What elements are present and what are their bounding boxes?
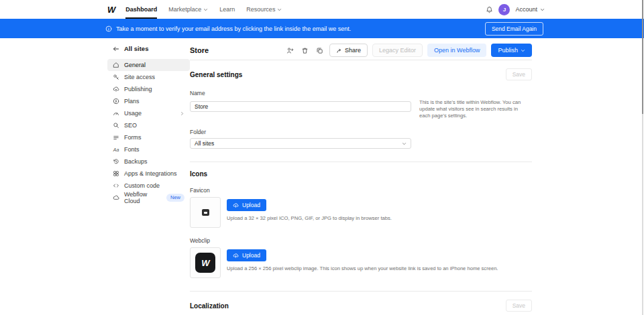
nav-dashboard-label: Dashboard bbox=[125, 6, 157, 13]
nav-marketplace-label: Marketplace bbox=[168, 6, 201, 13]
localization-section: Localization Save Choose the time zone f… bbox=[190, 292, 532, 315]
chevron-right-icon bbox=[180, 111, 184, 116]
duplicate-icon[interactable] bbox=[315, 46, 325, 56]
circled-bolt-icon bbox=[113, 98, 119, 105]
sidebar-item-publishing[interactable]: Publishing bbox=[107, 83, 190, 95]
section-title: General settings bbox=[190, 71, 242, 78]
legacy-editor-button[interactable]: Legacy Editor bbox=[372, 44, 423, 57]
sidebar-item-label: Custom code bbox=[124, 182, 160, 189]
back-arrow-icon bbox=[113, 46, 119, 52]
favicon-label: Favicon bbox=[190, 187, 532, 194]
general-settings-section: General settings Save Name This is the s… bbox=[190, 60, 532, 162]
webclip-label: Webclip bbox=[190, 237, 532, 244]
scrollbar-track bbox=[642, 114, 643, 315]
apps-grid-icon bbox=[113, 170, 119, 177]
folder-label: Folder bbox=[190, 129, 532, 135]
folder-select-value: All sites bbox=[195, 140, 214, 147]
webclip-upload-button[interactable]: Upload bbox=[227, 249, 266, 261]
save-button[interactable]: Save bbox=[506, 300, 532, 312]
sidebar-item-site-access[interactable]: Site access bbox=[107, 71, 190, 83]
default-favicon-icon bbox=[202, 209, 209, 216]
sidebar-item-forms[interactable]: Forms bbox=[107, 131, 190, 143]
webclip-help-text: Upload a 256 × 256 pixel webclip image. … bbox=[227, 265, 498, 272]
share-button[interactable]: Share bbox=[329, 44, 368, 57]
sidebar-item-custom-code[interactable]: Custom code bbox=[107, 180, 190, 192]
list-icon bbox=[113, 134, 119, 141]
folder-select[interactable]: All sites bbox=[190, 138, 411, 149]
sidebar-item-label: Plans bbox=[124, 98, 140, 105]
sidebar-item-label: Publishing bbox=[124, 86, 152, 92]
info-icon bbox=[105, 25, 112, 32]
chevron-down-icon bbox=[540, 7, 545, 12]
share-arrow-icon bbox=[336, 48, 342, 54]
webclip-preview: W bbox=[190, 247, 221, 278]
open-in-webflow-button[interactable]: Open in Webflow bbox=[427, 44, 486, 57]
trash-icon[interactable] bbox=[300, 46, 310, 56]
name-label: Name bbox=[190, 90, 532, 97]
banner-message: Take a moment to verify your email addre… bbox=[116, 25, 351, 32]
nav-learn[interactable]: Learn bbox=[219, 0, 235, 19]
upload-label: Upload bbox=[242, 202, 260, 208]
site-name-input[interactable] bbox=[190, 101, 411, 112]
search-icon bbox=[113, 122, 119, 129]
favicon-upload-button[interactable]: Upload bbox=[227, 199, 266, 211]
share-label: Share bbox=[345, 47, 361, 54]
chevron-down-icon bbox=[277, 7, 282, 12]
account-label: Account bbox=[515, 6, 537, 13]
name-help-text: This is the site's title within Webflow.… bbox=[419, 99, 529, 119]
webflow-logo[interactable]: W bbox=[107, 5, 115, 15]
type-icon: Aa bbox=[113, 146, 119, 153]
upload-cloud-icon bbox=[233, 202, 239, 208]
upload-cloud-icon bbox=[233, 253, 239, 259]
code-icon bbox=[113, 182, 119, 189]
back-label: All sites bbox=[124, 45, 148, 52]
publish-button[interactable]: Publish bbox=[491, 44, 532, 57]
sidebar-item-label: Fonts bbox=[124, 146, 140, 153]
transfer-site-icon[interactable] bbox=[285, 46, 295, 56]
svg-text:Aa: Aa bbox=[113, 147, 119, 153]
publish-label: Publish bbox=[498, 47, 518, 54]
sidebar-item-seo[interactable]: SEO bbox=[107, 119, 190, 131]
section-title: Icons bbox=[190, 170, 207, 178]
sidebar-item-label: Forms bbox=[124, 134, 142, 141]
sidebar-item-fonts[interactable]: Aa Fonts bbox=[107, 143, 190, 155]
sidebar-item-label: Apps & Integrations bbox=[124, 170, 177, 177]
top-nav: W Dashboard Marketplace Learn Resources … bbox=[0, 0, 644, 19]
back-to-all-sites[interactable]: All sites bbox=[107, 42, 190, 52]
nav-learn-label: Learn bbox=[219, 6, 235, 13]
sidebar-item-backups[interactable]: Backups bbox=[107, 155, 190, 168]
chevron-down-icon bbox=[203, 7, 208, 12]
sidebar-item-plans[interactable]: Plans bbox=[107, 95, 190, 107]
nav-resources-label: Resources bbox=[246, 6, 275, 13]
account-menu[interactable]: Account bbox=[515, 6, 545, 13]
notification-bell-icon[interactable] bbox=[486, 6, 493, 13]
scrollbar-thumb[interactable] bbox=[642, 0, 643, 114]
home-icon bbox=[113, 62, 119, 68]
sidebar-item-label: Webflow Cloud bbox=[124, 191, 160, 204]
sidebar-item-apps-integrations[interactable]: Apps & Integrations bbox=[107, 168, 190, 180]
chevron-down-icon bbox=[521, 48, 525, 53]
sidebar-item-webflow-cloud[interactable]: Webflow Cloud New bbox=[107, 192, 190, 204]
nav-dashboard[interactable]: Dashboard bbox=[125, 0, 157, 19]
avatar[interactable]: J bbox=[498, 4, 510, 15]
key-icon bbox=[113, 74, 119, 80]
icons-section: Icons Favicon Upload Upload a 32 × 32 pi… bbox=[190, 162, 532, 292]
save-button[interactable]: Save bbox=[506, 68, 532, 80]
chevron-down-icon bbox=[402, 141, 407, 146]
new-badge: New bbox=[166, 194, 184, 202]
sidebar-item-general[interactable]: General bbox=[107, 59, 190, 71]
history-icon bbox=[113, 158, 119, 165]
webflow-w-icon: W bbox=[195, 253, 215, 273]
gauge-icon bbox=[113, 110, 119, 117]
sidebar-item-label: General bbox=[124, 62, 146, 68]
nav-resources[interactable]: Resources bbox=[246, 0, 282, 19]
site-title: Store bbox=[190, 46, 209, 54]
send-email-again-button[interactable]: Send Email Again bbox=[485, 22, 543, 36]
favicon-preview bbox=[190, 197, 221, 228]
nav-marketplace[interactable]: Marketplace bbox=[168, 0, 208, 19]
sidebar-item-label: Backups bbox=[124, 158, 148, 165]
verify-email-banner: Take a moment to verify your email addre… bbox=[0, 19, 644, 38]
sidebar-item-usage[interactable]: Usage bbox=[107, 107, 190, 119]
settings-sidebar: All sites General Site access Publishing… bbox=[107, 42, 190, 315]
upload-label: Upload bbox=[242, 252, 260, 259]
